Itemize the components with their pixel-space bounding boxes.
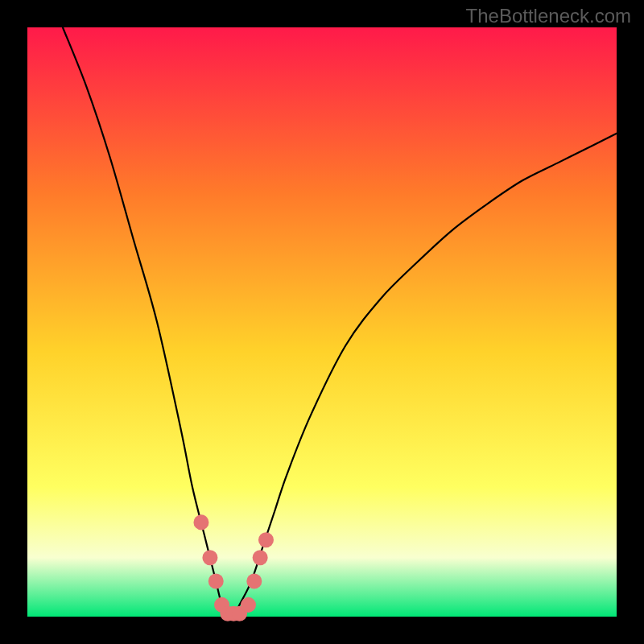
highlight-dot — [193, 514, 208, 530]
highlight-dot — [241, 597, 256, 613]
highlight-dot — [208, 574, 224, 589]
bottleneck-chart: TheBottleneck.com — [0, 0, 644, 644]
highlight-dot — [246, 574, 262, 589]
plot-area — [27, 27, 617, 617]
highlight-dot — [253, 550, 268, 565]
highlight-dot — [258, 532, 274, 547]
watermark-text: TheBottleneck.com — [466, 5, 631, 27]
highlight-dot — [202, 550, 217, 565]
chart-svg — [0, 0, 644, 644]
